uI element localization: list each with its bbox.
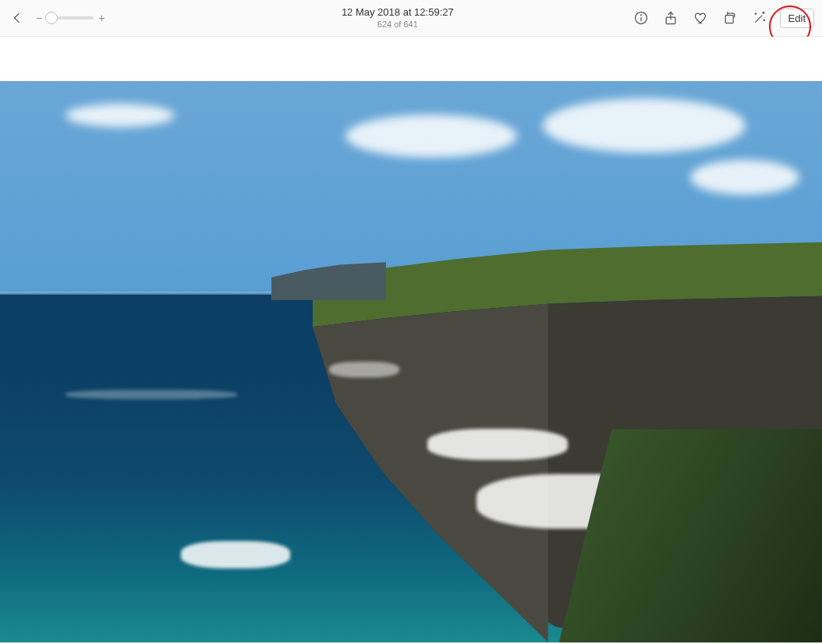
heart-icon (693, 10, 708, 26)
photo-foam (66, 390, 237, 399)
toolbar-right: Edit (632, 9, 814, 28)
favorite-button[interactable] (691, 9, 710, 27)
photo-cloud (543, 98, 746, 153)
rotate-button[interactable] (721, 9, 739, 27)
svg-point-2 (640, 15, 641, 16)
zoom-slider-thumb[interactable] (45, 12, 58, 24)
photo-date: 12 May 2018 at 12:59:27 (164, 7, 632, 18)
photo-cloud (690, 160, 799, 195)
toolbar-title: 12 May 2018 at 12:59:27 624 of 641 (164, 7, 632, 29)
photo-position: 624 of 641 (164, 19, 632, 29)
svg-rect-4 (725, 16, 733, 23)
rotate-icon (722, 10, 738, 26)
photo-cloud (345, 115, 517, 157)
sparkle-icon (752, 10, 767, 26)
zoom-in-label[interactable]: + (98, 12, 105, 24)
zoom-control[interactable]: − + (36, 12, 105, 24)
edit-button[interactable]: Edit (780, 9, 814, 28)
photo-foam (329, 362, 399, 377)
photo-cloud (66, 104, 175, 127)
photo-foam (427, 429, 568, 460)
share-icon (663, 10, 679, 26)
photo-foam (181, 541, 290, 568)
photo-canvas[interactable] (0, 81, 822, 642)
chevron-left-icon (9, 10, 25, 26)
zoom-out-label[interactable]: − (36, 12, 42, 24)
share-button[interactable] (661, 9, 680, 27)
info-icon (633, 10, 649, 26)
info-button[interactable] (632, 9, 650, 27)
toolbar: − + 12 May 2018 at 12:59:27 624 of 641 E… (0, 0, 822, 37)
zoom-slider-track[interactable] (47, 16, 94, 19)
toolbar-left: − + (8, 9, 164, 27)
back-button[interactable] (8, 9, 27, 27)
auto-enhance-button[interactable] (750, 9, 769, 27)
photo-viewer (0, 37, 822, 644)
